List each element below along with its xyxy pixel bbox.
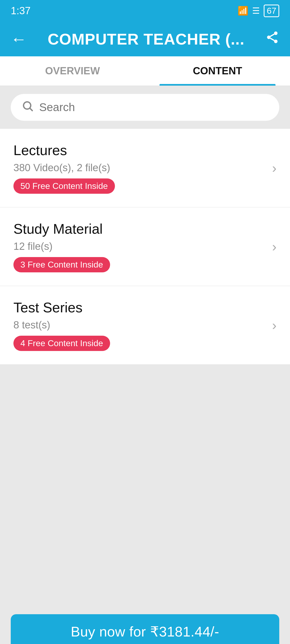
tabs-bar: OVERVIEW CONTENT: [0, 56, 290, 86]
battery-indicator: 67: [264, 5, 279, 17]
share-button[interactable]: [265, 30, 279, 47]
svg-point-0: [274, 31, 278, 35]
search-area: [0, 86, 290, 129]
search-box: [11, 94, 279, 121]
svg-point-1: [267, 36, 271, 39]
svg-line-4: [270, 34, 274, 36]
svg-line-6: [30, 108, 32, 110]
buy-now-button[interactable]: Buy now for ₹3181.44/-: [11, 614, 279, 644]
status-time: 1:37: [11, 5, 31, 17]
gray-spacer: [0, 365, 290, 606]
wifi-icon: 📶: [238, 6, 248, 16]
study-material-badge: 3 Free Content Inside: [13, 257, 110, 272]
tab-content[interactable]: CONTENT: [145, 56, 290, 86]
svg-point-2: [274, 40, 278, 43]
lectures-item-left: Lectures 380 Video(s), 2 file(s) 50 Free…: [13, 142, 267, 194]
test-series-item-left: Test Series 8 test(s) 4 Free Content Ins…: [13, 299, 267, 351]
test-series-subtitle: 8 test(s): [13, 319, 267, 331]
search-icon: [21, 100, 34, 115]
tab-overview[interactable]: OVERVIEW: [0, 56, 145, 86]
status-bar: 1:37 📶 ☰ 67: [0, 0, 290, 21]
back-button[interactable]: ←: [11, 30, 27, 48]
status-icons: 📶 ☰ 67: [238, 5, 279, 17]
lectures-subtitle: 380 Video(s), 2 file(s): [13, 162, 267, 174]
test-series-title: Test Series: [13, 299, 267, 316]
content-list: Lectures 380 Video(s), 2 file(s) 50 Free…: [0, 129, 290, 365]
signal-icon: ☰: [252, 6, 260, 16]
study-material-subtitle: 12 file(s): [13, 241, 267, 252]
search-input[interactable]: [39, 101, 269, 114]
lectures-title: Lectures: [13, 142, 267, 158]
test-series-item[interactable]: Test Series 8 test(s) 4 Free Content Ins…: [0, 286, 290, 365]
page-title: COMPUTER TEACHER (...: [27, 30, 265, 48]
lectures-badge: 50 Free Content Inside: [13, 178, 115, 194]
study-material-item-left: Study Material 12 file(s) 3 Free Content…: [13, 221, 267, 272]
study-material-title: Study Material: [13, 221, 267, 237]
svg-line-3: [270, 38, 274, 41]
buy-button-wrap: Buy now for ₹3181.44/-: [0, 606, 290, 644]
test-series-badge: 4 Free Content Inside: [13, 336, 110, 351]
study-material-chevron: ›: [272, 239, 277, 254]
study-material-item[interactable]: Study Material 12 file(s) 3 Free Content…: [0, 207, 290, 286]
lectures-item[interactable]: Lectures 380 Video(s), 2 file(s) 50 Free…: [0, 129, 290, 207]
top-bar: ← COMPUTER TEACHER (...: [0, 21, 290, 56]
lectures-chevron: ›: [272, 160, 277, 176]
test-series-chevron: ›: [272, 317, 277, 333]
